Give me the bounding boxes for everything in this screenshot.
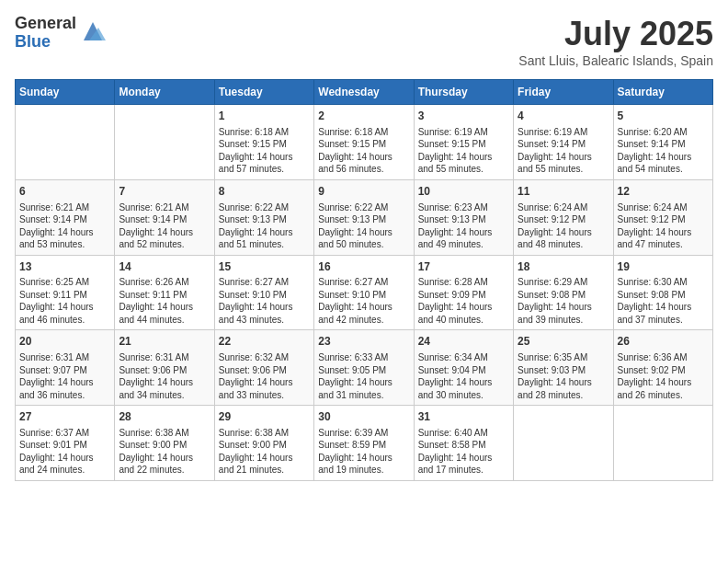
calendar-cell: 7Sunrise: 6:21 AMSunset: 9:14 PMDaylight… <box>115 179 214 255</box>
cell-content: Sunrise: 6:38 AMSunset: 9:00 PMDaylight:… <box>219 427 310 477</box>
cell-content: Sunrise: 6:31 AMSunset: 9:07 PMDaylight:… <box>19 351 110 401</box>
cell-content: Sunrise: 6:30 AMSunset: 9:08 PMDaylight:… <box>618 276 709 326</box>
calendar-cell: 9Sunrise: 6:22 AMSunset: 9:13 PMDaylight… <box>314 179 414 255</box>
cell-content: Sunrise: 6:18 AMSunset: 9:15 PMDaylight:… <box>219 126 310 176</box>
cell-content: Sunrise: 6:26 AMSunset: 9:11 PMDaylight:… <box>119 276 210 326</box>
day-number: 9 <box>318 184 409 200</box>
day-number: 30 <box>318 409 409 425</box>
header-tuesday: Tuesday <box>214 80 313 105</box>
calendar-cell: 31Sunrise: 6:40 AMSunset: 8:58 PMDayligh… <box>414 406 513 481</box>
page-header: General Blue July 2025 Sant Lluis, Balea… <box>15 15 713 68</box>
logo-blue: Blue <box>15 33 76 52</box>
day-number: 19 <box>618 259 709 275</box>
header-monday: Monday <box>115 80 214 105</box>
day-number: 12 <box>618 184 709 200</box>
day-number: 7 <box>119 184 210 200</box>
calendar-cell: 24Sunrise: 6:34 AMSunset: 9:04 PMDayligh… <box>414 330 513 406</box>
cell-content: Sunrise: 6:19 AMSunset: 9:15 PMDaylight:… <box>418 126 509 176</box>
calendar-cell: 29Sunrise: 6:38 AMSunset: 9:00 PMDayligh… <box>214 406 313 481</box>
day-number: 3 <box>418 109 509 124</box>
calendar-cell: 4Sunrise: 6:19 AMSunset: 9:14 PMDaylight… <box>514 105 613 180</box>
cell-content: Sunrise: 6:18 AMSunset: 9:15 PMDaylight:… <box>318 126 409 176</box>
day-number: 29 <box>219 409 310 425</box>
cell-content: Sunrise: 6:35 AMSunset: 9:03 PMDaylight:… <box>518 351 609 401</box>
day-number: 2 <box>318 109 409 124</box>
cell-content: Sunrise: 6:27 AMSunset: 9:10 PMDaylight:… <box>219 276 310 326</box>
day-number: 27 <box>19 409 110 425</box>
calendar-cell: 17Sunrise: 6:28 AMSunset: 9:09 PMDayligh… <box>414 255 513 330</box>
calendar-cell: 8Sunrise: 6:22 AMSunset: 9:13 PMDaylight… <box>214 179 313 255</box>
day-number: 21 <box>119 334 210 350</box>
calendar-week-row: 13Sunrise: 6:25 AMSunset: 9:11 PMDayligh… <box>16 255 713 330</box>
calendar-week-row: 20Sunrise: 6:31 AMSunset: 9:07 PMDayligh… <box>16 330 713 406</box>
calendar-cell: 10Sunrise: 6:23 AMSunset: 9:13 PMDayligh… <box>414 179 513 255</box>
calendar-cell: 26Sunrise: 6:36 AMSunset: 9:02 PMDayligh… <box>613 330 712 406</box>
cell-content: Sunrise: 6:22 AMSunset: 9:13 PMDaylight:… <box>219 201 310 251</box>
cell-content: Sunrise: 6:19 AMSunset: 9:14 PMDaylight:… <box>518 126 609 176</box>
calendar-cell: 28Sunrise: 6:38 AMSunset: 9:00 PMDayligh… <box>115 406 214 481</box>
day-number: 6 <box>19 184 110 200</box>
calendar-cell: 6Sunrise: 6:21 AMSunset: 9:14 PMDaylight… <box>16 179 115 255</box>
cell-content: Sunrise: 6:25 AMSunset: 9:11 PMDaylight:… <box>19 276 110 326</box>
calendar-cell <box>514 406 613 481</box>
calendar-cell: 14Sunrise: 6:26 AMSunset: 9:11 PMDayligh… <box>115 255 214 330</box>
title-location: Sant Lluis, Balearic Islands, Spain <box>518 53 713 68</box>
header-thursday: Thursday <box>414 80 513 105</box>
day-number: 4 <box>518 109 609 124</box>
header-sunday: Sunday <box>16 80 115 105</box>
day-number: 10 <box>418 184 509 200</box>
day-number: 23 <box>318 334 409 350</box>
calendar-cell: 27Sunrise: 6:37 AMSunset: 9:01 PMDayligh… <box>16 406 115 481</box>
day-number: 17 <box>418 259 509 275</box>
calendar-cell: 2Sunrise: 6:18 AMSunset: 9:15 PMDaylight… <box>314 105 414 180</box>
calendar-table: SundayMondayTuesdayWednesdayThursdayFrid… <box>15 79 713 481</box>
title-block: July 2025 Sant Lluis, Balearic Islands, … <box>518 15 713 68</box>
day-number: 15 <box>219 259 310 275</box>
logo-icon <box>80 18 106 44</box>
calendar-cell: 5Sunrise: 6:20 AMSunset: 9:14 PMDaylight… <box>613 105 712 180</box>
calendar-cell: 23Sunrise: 6:33 AMSunset: 9:05 PMDayligh… <box>314 330 414 406</box>
day-number: 28 <box>119 409 210 425</box>
day-number: 22 <box>219 334 310 350</box>
calendar-week-row: 6Sunrise: 6:21 AMSunset: 9:14 PMDaylight… <box>16 179 713 255</box>
calendar-cell <box>16 105 115 180</box>
calendar-week-row: 1Sunrise: 6:18 AMSunset: 9:15 PMDaylight… <box>16 105 713 180</box>
day-number: 18 <box>518 259 609 275</box>
day-number: 14 <box>119 259 210 275</box>
logo-general: General <box>15 15 76 33</box>
cell-content: Sunrise: 6:40 AMSunset: 8:58 PMDaylight:… <box>418 427 509 477</box>
day-number: 24 <box>418 334 509 350</box>
day-number: 8 <box>219 184 310 200</box>
logo: General Blue <box>15 15 106 52</box>
day-number: 16 <box>318 259 409 275</box>
calendar-cell: 12Sunrise: 6:24 AMSunset: 9:12 PMDayligh… <box>613 179 712 255</box>
calendar-cell: 1Sunrise: 6:18 AMSunset: 9:15 PMDaylight… <box>214 105 313 180</box>
day-number: 11 <box>518 184 609 200</box>
calendar-cell: 13Sunrise: 6:25 AMSunset: 9:11 PMDayligh… <box>16 255 115 330</box>
cell-content: Sunrise: 6:27 AMSunset: 9:10 PMDaylight:… <box>318 276 409 326</box>
title-month: July 2025 <box>518 15 713 53</box>
calendar-week-row: 27Sunrise: 6:37 AMSunset: 9:01 PMDayligh… <box>16 406 713 481</box>
calendar-cell <box>115 105 214 180</box>
calendar-cell: 16Sunrise: 6:27 AMSunset: 9:10 PMDayligh… <box>314 255 414 330</box>
cell-content: Sunrise: 6:29 AMSunset: 9:08 PMDaylight:… <box>518 276 609 326</box>
calendar-cell: 11Sunrise: 6:24 AMSunset: 9:12 PMDayligh… <box>514 179 613 255</box>
calendar-cell: 15Sunrise: 6:27 AMSunset: 9:10 PMDayligh… <box>214 255 313 330</box>
calendar-header-row: SundayMondayTuesdayWednesdayThursdayFrid… <box>16 80 713 105</box>
calendar-cell: 3Sunrise: 6:19 AMSunset: 9:15 PMDaylight… <box>414 105 513 180</box>
cell-content: Sunrise: 6:33 AMSunset: 9:05 PMDaylight:… <box>318 351 409 401</box>
day-number: 13 <box>19 259 110 275</box>
calendar-cell: 20Sunrise: 6:31 AMSunset: 9:07 PMDayligh… <box>16 330 115 406</box>
header-friday: Friday <box>514 80 613 105</box>
day-number: 25 <box>518 334 609 350</box>
calendar-cell <box>613 406 712 481</box>
cell-content: Sunrise: 6:21 AMSunset: 9:14 PMDaylight:… <box>19 201 110 251</box>
calendar-cell: 30Sunrise: 6:39 AMSunset: 8:59 PMDayligh… <box>314 406 414 481</box>
cell-content: Sunrise: 6:22 AMSunset: 9:13 PMDaylight:… <box>318 201 409 251</box>
day-number: 1 <box>219 109 310 124</box>
cell-content: Sunrise: 6:28 AMSunset: 9:09 PMDaylight:… <box>418 276 509 326</box>
calendar-cell: 18Sunrise: 6:29 AMSunset: 9:08 PMDayligh… <box>514 255 613 330</box>
calendar-cell: 25Sunrise: 6:35 AMSunset: 9:03 PMDayligh… <box>514 330 613 406</box>
cell-content: Sunrise: 6:31 AMSunset: 9:06 PMDaylight:… <box>119 351 210 401</box>
cell-content: Sunrise: 6:37 AMSunset: 9:01 PMDaylight:… <box>19 427 110 477</box>
